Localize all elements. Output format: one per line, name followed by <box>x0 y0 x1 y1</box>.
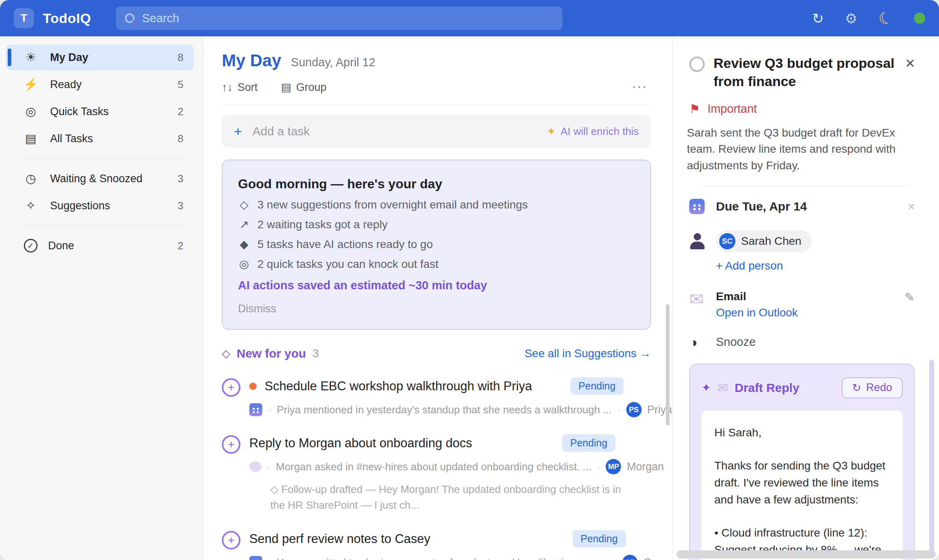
dismiss-button[interactable]: Dismiss <box>238 303 276 315</box>
panel-scrollbar-thumb[interactable] <box>929 360 934 554</box>
diamond-outline-icon: ◇ <box>238 198 250 211</box>
detail-task-title: Review Q3 budget proposal from finance <box>714 54 897 91</box>
task-title[interactable]: Reply to Morgan about onboarding docs <box>249 436 472 451</box>
accept-suggestion-button[interactable]: + <box>222 378 240 397</box>
remove-due-date-icon[interactable]: × <box>907 200 915 213</box>
dot-separator: · <box>613 557 617 560</box>
task-detail-panel: Review Q3 budget proposal from finance ×… <box>673 36 939 560</box>
dot-separator: · <box>268 557 271 560</box>
summary-title: Good morning — here's your day <box>238 177 634 192</box>
sidebar-item-all-tasks[interactable]: ▤ All Tasks 8 <box>6 126 194 152</box>
avatar: CB <box>622 555 638 560</box>
page-date: Sunday, April 12 <box>291 56 375 69</box>
sidebar-item-label: Waiting & Snoozed <box>50 173 143 185</box>
task-row[interactable]: + Schedule EBC workshop walkthrough with… <box>222 377 651 417</box>
task-title[interactable]: Send perf review notes to Casey <box>249 532 430 546</box>
sidebar-item-label: Suggestions <box>50 200 110 212</box>
app-logo: T <box>14 8 34 28</box>
dot-separator: · <box>597 461 600 472</box>
draft-paragraph: Thanks for sending the Q3 budget draft. … <box>714 457 890 508</box>
sidebar-item-label: My Day <box>50 51 88 64</box>
complete-task-checkbox[interactable] <box>689 57 705 72</box>
status-badge: Pending <box>571 377 624 395</box>
ai-enrich-label: AI will enrich this <box>560 125 639 138</box>
sidebar-item-ready[interactable]: ⚡ Ready 5 <box>6 72 194 97</box>
dot-separator: · <box>268 404 271 415</box>
sidebar-item-label: Done <box>48 240 74 252</box>
target-icon: ◎ <box>238 257 250 271</box>
sidebar-item-waiting-snoozed[interactable]: ◷ Waiting & Snoozed 3 <box>6 166 194 192</box>
summary-line: ◆ 5 tasks have AI actions ready to go <box>238 238 634 251</box>
task-draft-preview: ◇ Follow-up drafted — Hey Morgan! The up… <box>270 482 635 513</box>
arrow-up-right-icon: ↗ <box>238 218 250 231</box>
group-icon: ▤ <box>281 81 292 94</box>
sidebar-item-count: 2 <box>178 240 183 252</box>
add-task-input[interactable]: + Add a task ✦ AI will enrich this <box>222 115 651 147</box>
person-icon <box>689 233 705 249</box>
search-icon <box>125 13 135 23</box>
accept-suggestion-button[interactable]: + <box>222 531 240 549</box>
task-row[interactable]: + Reply to Morgan about onboarding docs … <box>222 434 651 513</box>
assigned-person-chip[interactable]: SC Sarah Chen <box>716 230 812 252</box>
half-circle-icon: ◑ <box>689 335 698 349</box>
dot-separator: · <box>267 461 270 472</box>
task-meta: Priya mentioned in yesterday's standup t… <box>277 404 612 416</box>
open-in-outlook-link[interactable]: Open in Outlook <box>716 306 798 319</box>
sidebar-item-suggestions[interactable]: ✧ Suggestions 3 <box>6 193 194 219</box>
sidebar-item-count: 8 <box>178 133 183 145</box>
task-row[interactable]: + Send perf review notes to Casey Pendin… <box>222 530 651 560</box>
summary-line: ↗ 2 waiting tasks got a reply <box>238 218 634 231</box>
sidebar-item-label: All Tasks <box>50 133 93 145</box>
sparkles-icon: ✦ <box>547 125 556 138</box>
edit-pencil-icon[interactable]: ✎ <box>905 290 915 304</box>
task-meta: Morgan asked in #new-hires about updated… <box>276 461 591 473</box>
sidebar-item-quick-tasks[interactable]: ◎ Quick Tasks 2 <box>6 99 194 124</box>
accept-suggestion-button[interactable]: + <box>222 435 240 454</box>
add-person-button[interactable]: + Add person <box>716 259 915 272</box>
summary-line: ◇ 3 new suggestions from overnight email… <box>238 198 634 211</box>
sidebar-item-done[interactable]: ✓ Done 2 <box>6 233 194 259</box>
dark-mode-moon-icon[interactable]: ☾ <box>876 8 895 28</box>
online-status-dot <box>914 13 925 24</box>
summary-line-text: 3 new suggestions from overnight email a… <box>257 198 528 211</box>
people-row: SC Sarah Chen <box>689 230 915 252</box>
sidebar-item-label: Ready <box>50 78 82 91</box>
task-title[interactable]: Schedule EBC workshop walkthrough with P… <box>265 379 532 394</box>
document-icon: ▤ <box>22 133 40 145</box>
horizontal-scrollbar[interactable] <box>676 550 936 558</box>
sidebar-item-my-day[interactable]: ☀ My Day 8 <box>6 44 194 70</box>
search-bar[interactable] <box>116 6 562 30</box>
sidebar-item-count: 3 <box>178 200 183 212</box>
redo-button[interactable]: ↻ Redo <box>842 377 903 398</box>
avatar: PS <box>626 402 642 417</box>
draft-reply-title: Draft Reply <box>735 381 799 395</box>
sidebar-item-count: 5 <box>178 78 183 91</box>
person-name: Casey <box>643 556 673 560</box>
due-date-row[interactable]: Due Tue, Apr 14 × <box>689 199 915 214</box>
check-circle-icon: ✓ <box>24 239 38 253</box>
close-icon[interactable]: × <box>905 55 915 91</box>
sort-button[interactable]: ↑↓ Sort <box>222 81 258 94</box>
sidebar-divider <box>22 225 186 226</box>
search-input[interactable] <box>142 12 554 25</box>
snooze-label: Snooze <box>716 335 756 349</box>
main-scrollbar-thumb[interactable] <box>666 304 670 425</box>
redo-label: Redo <box>866 381 892 394</box>
refresh-icon[interactable]: ↻ <box>812 11 823 25</box>
task-description: Sarah sent the Q3 budget draft for DevEx… <box>687 125 915 174</box>
draft-reply-body[interactable]: Hi Sarah, Thanks for sending the Q3 budg… <box>701 411 903 560</box>
group-button[interactable]: ▤ Group <box>281 81 327 94</box>
more-options-button[interactable]: ··· <box>632 79 648 93</box>
see-all-suggestions-link[interactable]: See all in Suggestions → <box>524 347 651 360</box>
snooze-row[interactable]: ◑ Snooze <box>689 335 915 349</box>
person-name: Sarah Chen <box>741 235 801 248</box>
calendar-icon <box>689 199 705 214</box>
section-title: New for you <box>237 347 306 360</box>
settings-gear-icon[interactable]: ⚙ <box>845 11 857 25</box>
divider <box>222 104 651 105</box>
summary-line-text: 5 tasks have AI actions ready to go <box>257 238 433 251</box>
sidebar-divider <box>22 158 186 159</box>
important-flag[interactable]: ⚑ Important <box>689 102 915 116</box>
topbar-actions: ↻ ⚙ ☾ <box>812 10 925 26</box>
app-title: TodoIQ <box>43 11 91 26</box>
